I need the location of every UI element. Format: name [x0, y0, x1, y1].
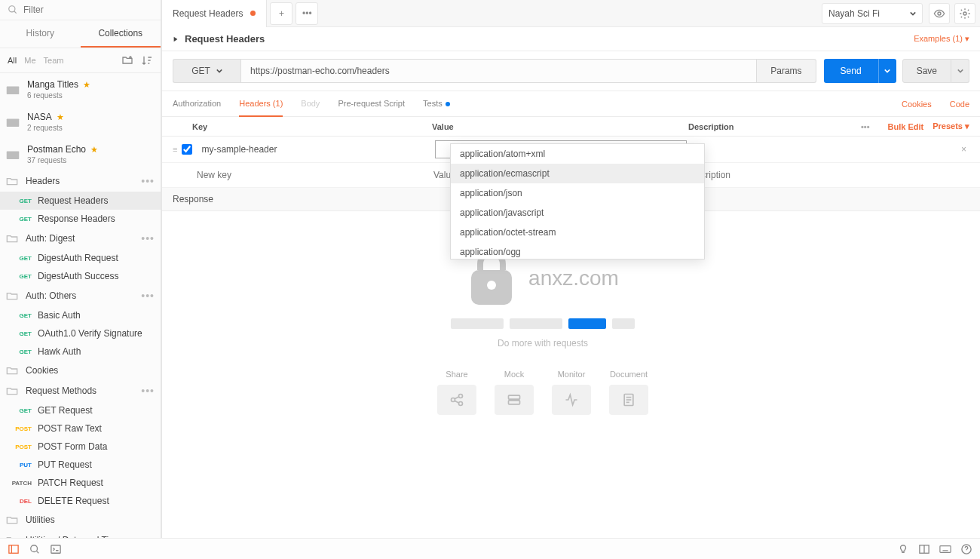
collection-item[interactable]: Manga Titles★6 requests: [0, 73, 161, 106]
filter-me[interactable]: Me: [24, 56, 35, 65]
more-icon[interactable]: •••: [141, 290, 155, 302]
environment-select[interactable]: Nayah Sci Fi: [822, 3, 923, 24]
folder-utilities-date[interactable]: Utilities / Date and Time•••: [0, 530, 161, 538]
subtab-tests[interactable]: Tests: [423, 91, 450, 117]
folder-icon: [6, 515, 18, 524]
request-item[interactable]: GETGET Request: [0, 401, 161, 419]
subtab-prereq[interactable]: Pre-request Script: [338, 91, 405, 117]
header-key-input[interactable]: [198, 141, 435, 158]
console-icon[interactable]: [50, 543, 62, 555]
request-item[interactable]: POSTPOST Form Data: [0, 438, 161, 456]
subtab-body[interactable]: Body: [301, 91, 320, 117]
cookies-link[interactable]: Cookies: [902, 100, 932, 109]
examples-link[interactable]: Examples (1) ▾: [914, 34, 969, 44]
folder-auth-digest[interactable]: Auth: Digest•••: [0, 228, 161, 249]
svg-rect-16: [509, 395, 520, 399]
new-tab-button[interactable]: +: [270, 2, 292, 25]
dropdown-item[interactable]: application/octet-stream: [451, 223, 704, 242]
more-icon[interactable]: •••: [141, 232, 155, 244]
request-item[interactable]: DELDELETE Request: [0, 492, 161, 510]
subtab-auth[interactable]: Authorization: [173, 91, 221, 117]
bulk-edit-link[interactable]: Bulk Edit: [888, 122, 924, 131]
request-item[interactable]: GETDigestAuth Success: [0, 267, 161, 285]
request-item[interactable]: GETRequest Headers: [0, 192, 161, 210]
header-key-input[interactable]: [194, 167, 430, 183]
save-dropdown[interactable]: [951, 59, 969, 83]
folder-headers[interactable]: Headers•••: [0, 170, 161, 192]
code-link[interactable]: Code: [950, 100, 969, 109]
svg-rect-29: [940, 545, 951, 552]
request-item[interactable]: PUTPUT Request: [0, 456, 161, 474]
tests-indicator-icon: [446, 102, 450, 106]
folder-request-methods[interactable]: Request Methods•••: [0, 380, 161, 401]
more-icon[interactable]: •••: [141, 385, 155, 397]
svg-point-13: [459, 402, 463, 406]
save-button[interactable]: Save: [902, 59, 951, 83]
request-item[interactable]: GETHawk Auth: [0, 342, 161, 361]
open-request-tab[interactable]: Request Headers: [162, 0, 267, 27]
tile-mock[interactable]: Mock: [491, 370, 537, 415]
request-item[interactable]: POSTPOST Raw Text: [0, 419, 161, 438]
collection-item[interactable]: NASA★2 requests: [0, 106, 161, 138]
bootcamp-icon[interactable]: [897, 543, 909, 555]
layout-icon[interactable]: [918, 543, 930, 555]
sidebar-filter-input[interactable]: [23, 5, 153, 15]
table-options-icon[interactable]: •••: [861, 122, 870, 131]
headers-table-head: Key Value Description ••• Bulk Edit Pres…: [162, 117, 980, 137]
help-icon[interactable]: [960, 543, 972, 555]
request-item[interactable]: GETOAuth1.0 Verify Signature: [0, 324, 161, 342]
url-input[interactable]: [240, 59, 757, 83]
tile-share[interactable]: Share: [433, 370, 480, 415]
header-desc-input[interactable]: [687, 141, 958, 158]
svg-rect-17: [509, 401, 520, 404]
folder-icon: [6, 84, 20, 95]
svg-point-7: [938, 12, 941, 15]
request-item[interactable]: GETResponse Headers: [0, 210, 161, 228]
tile-monitor[interactable]: Monitor: [548, 370, 595, 415]
subtab-headers[interactable]: Headers (1): [239, 91, 283, 117]
status-bar: [0, 538, 980, 559]
request-title-row: Request Headers Examples (1) ▾: [162, 27, 980, 51]
send-dropdown[interactable]: [878, 59, 896, 83]
server-icon: [507, 392, 522, 407]
new-folder-icon[interactable]: [121, 54, 133, 66]
caret-right-icon[interactable]: [173, 36, 179, 42]
filter-all[interactable]: All: [8, 56, 17, 65]
header-desc-input[interactable]: [682, 167, 969, 183]
header-enabled-checkbox[interactable]: [182, 144, 192, 155]
sidebar-toggle-icon[interactable]: [8, 543, 20, 555]
env-settings-button[interactable]: [954, 3, 975, 24]
dropdown-item[interactable]: application/javascript: [451, 203, 704, 223]
find-icon[interactable]: [29, 543, 41, 555]
svg-rect-18: [624, 395, 633, 406]
sort-icon[interactable]: [141, 54, 153, 66]
dropdown-item[interactable]: application/json: [451, 183, 704, 203]
env-preview-button[interactable]: [929, 3, 950, 24]
dropdown-item[interactable]: application/ecmascript: [451, 164, 704, 183]
presets-link[interactable]: Presets ▾: [933, 121, 969, 131]
more-icon[interactable]: •••: [141, 175, 155, 187]
method-select[interactable]: GET: [173, 59, 240, 83]
folder-utilities[interactable]: Utilities: [0, 510, 161, 530]
tile-document[interactable]: Document: [605, 370, 652, 415]
params-button[interactable]: Params: [757, 59, 816, 83]
dropdown-item[interactable]: application/ogg: [451, 242, 704, 260]
request-item[interactable]: PATCHPATCH Request: [0, 474, 161, 492]
request-item[interactable]: GETDigestAuth Request: [0, 249, 161, 267]
dropdown-item[interactable]: application/atom+xml: [451, 144, 704, 164]
drag-handle-icon[interactable]: ≡: [173, 145, 177, 154]
document-icon: [621, 392, 636, 407]
tab-collections[interactable]: Collections: [81, 20, 161, 48]
tab-history[interactable]: History: [0, 20, 81, 48]
remove-row-icon[interactable]: ×: [958, 144, 969, 155]
svg-rect-6: [7, 151, 20, 159]
filter-team[interactable]: Team: [44, 56, 64, 65]
folder-cookies[interactable]: Cookies: [0, 361, 161, 380]
send-button[interactable]: Send: [824, 59, 878, 83]
collection-item[interactable]: Postman Echo★37 requests: [0, 138, 161, 170]
folder-auth-others[interactable]: Auth: Others•••: [0, 285, 161, 306]
keyboard-icon[interactable]: [939, 543, 951, 555]
tab-options-button[interactable]: •••: [296, 2, 318, 25]
share-icon: [449, 392, 464, 407]
request-item[interactable]: GETBasic Auth: [0, 306, 161, 324]
